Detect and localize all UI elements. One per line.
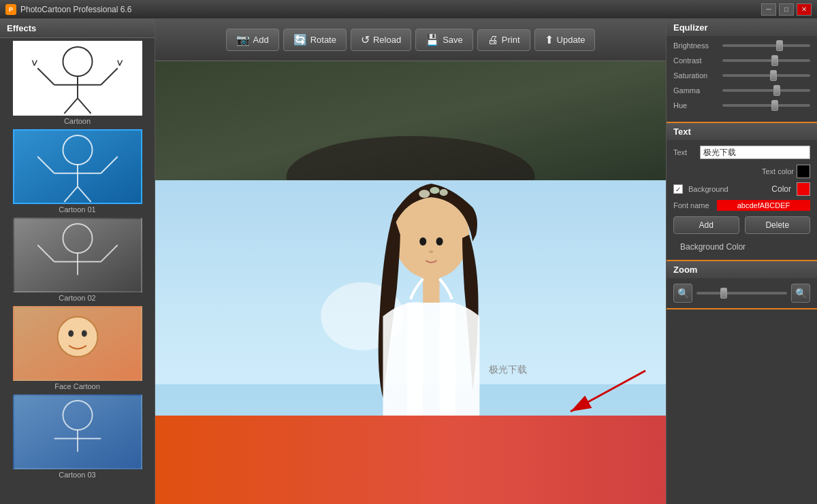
action-buttons-row: Add Delete (673, 216, 810, 234)
zoom-out-icon: 🔍 (677, 288, 689, 299)
zoom-slider[interactable] (696, 292, 787, 295)
contrast-row: Contrast (673, 56, 810, 65)
sidebar-header: Effects (0, 19, 155, 38)
add-text-button[interactable]: Add (673, 216, 739, 234)
text-annotation: 极光下载 (489, 364, 527, 376)
zoom-in-button[interactable]: 🔍 (791, 284, 810, 303)
effect-thumb-cartoon (13, 41, 142, 116)
svg-point-44 (436, 237, 443, 246)
app-title: PhotoCartoon Professional 6.6 (20, 5, 761, 14)
saturation-row: Saturation (673, 71, 810, 80)
rotate-button[interactable]: 🔄 Rotate (283, 29, 347, 51)
svg-point-43 (419, 237, 426, 246)
reload-button[interactable]: ↺ Reload (351, 29, 411, 51)
sidebar-title: Effects (7, 23, 36, 33)
svg-point-27 (57, 317, 97, 357)
effect-label-last: Cartoon 03 (59, 471, 95, 479)
svg-point-29 (81, 330, 86, 337)
sidebar-item-last[interactable]: Cartoon 03 (3, 394, 152, 479)
saturation-thumb[interactable] (770, 70, 777, 81)
text-title: Text (673, 127, 691, 137)
reload-icon: ↺ (361, 33, 370, 46)
annotation-text: 极光下载 (489, 364, 527, 375)
brightness-slider[interactable] (722, 44, 810, 47)
canvas-area: 极光下载 极光下载站 www.x27.com (155, 61, 666, 504)
font-name-row: Font name abcdefABCDEF (673, 200, 810, 211)
effect-label-face-cartoon: Face Cartoon (54, 382, 100, 390)
hue-label: Hue (673, 101, 722, 110)
effect-thumb-cartoon01 (13, 129, 142, 204)
effect-thumb-last (13, 394, 142, 469)
rotate-icon: 🔄 (293, 33, 307, 46)
equalizer-title: Equlizer (673, 22, 708, 33)
hue-thumb[interactable] (771, 100, 778, 111)
minimize-button[interactable]: ─ (761, 3, 776, 16)
background-color-swatch[interactable] (797, 182, 810, 196)
color-label: Color (771, 184, 791, 194)
text-content: Text Text color ✓ Background Color F (667, 140, 817, 260)
sidebar-item-cartoon[interactable]: Cartoon (3, 41, 152, 125)
maximize-button[interactable]: □ (779, 3, 794, 16)
titlebar: P PhotoCartoon Professional 6.6 ─ □ ✕ (0, 0, 817, 19)
add-button[interactable]: 📷 Add (226, 29, 279, 51)
text-color-label: Text color (762, 167, 794, 175)
print-icon: 🖨 (487, 34, 498, 46)
close-button[interactable]: ✕ (797, 3, 812, 16)
update-label: Update (557, 35, 586, 45)
hue-row: Hue (673, 101, 810, 110)
gamma-thumb[interactable] (773, 85, 780, 96)
sidebar-item-cartoon02[interactable]: Cartoon 02 (3, 218, 152, 302)
brightness-thumb[interactable] (776, 40, 783, 51)
contrast-slider[interactable] (722, 59, 810, 62)
effect-thumb-face-cartoon (13, 306, 142, 381)
print-button[interactable]: 🖨 Print (477, 29, 530, 51)
font-preview[interactable]: abcdefABCDEF (717, 200, 810, 211)
effect-thumb-cartoon02 (13, 218, 142, 292)
text-input-field[interactable] (700, 146, 810, 159)
sidebar-item-cartoon01[interactable]: Cartoon 01 (3, 129, 152, 214)
gamma-label: Gamma (673, 86, 722, 95)
sidebar-item-face-cartoon[interactable]: Face Cartoon (3, 306, 152, 390)
save-label: Save (443, 35, 463, 45)
right-panel: Equlizer Brightness Contrast Saturation (666, 19, 817, 504)
zoom-in-icon: 🔍 (795, 288, 807, 299)
svg-rect-46 (423, 275, 439, 303)
print-label: Print (502, 35, 520, 45)
effect-label-cartoon: Cartoon (64, 117, 91, 125)
equalizer-section: Equlizer Brightness Contrast Saturation (667, 19, 817, 123)
contrast-label: Contrast (673, 56, 722, 65)
svg-point-45 (429, 250, 433, 253)
delete-text-button[interactable]: Delete (745, 216, 811, 234)
save-button[interactable]: 💾 Save (415, 29, 473, 51)
background-checkbox[interactable]: ✓ (673, 184, 683, 194)
toolbar: 📷 Add 🔄 Rotate ↺ Reload 💾 Save 🖨 Print ⬆ (155, 19, 666, 61)
zoom-controls: 🔍 🔍 (667, 278, 817, 308)
add-icon: 📷 (236, 33, 250, 46)
effect-label-cartoon01: Cartoon 01 (59, 205, 95, 214)
font-name-label: Font name (673, 201, 714, 209)
equalizer-header: Equlizer (667, 19, 817, 36)
contrast-thumb[interactable] (771, 55, 778, 66)
gamma-row: Gamma (673, 86, 810, 95)
text-color-swatch[interactable] (797, 165, 810, 178)
effects-list[interactable]: Cartoon (0, 38, 155, 504)
background-label: Background (688, 185, 769, 193)
content-area: 📷 Add 🔄 Rotate ↺ Reload 💾 Save 🖨 Print ⬆ (155, 19, 666, 504)
equalizer-content: Brightness Contrast Saturation (667, 36, 817, 122)
gamma-slider[interactable] (722, 89, 810, 92)
zoom-thumb[interactable] (720, 288, 727, 299)
sidebar: Effects (0, 19, 155, 504)
background-color-label: Background Color (673, 239, 752, 252)
svg-point-41 (430, 187, 439, 194)
update-button[interactable]: ⬆ Update (534, 29, 596, 51)
zoom-title: Zoom (673, 265, 697, 275)
update-icon: ⬆ (545, 33, 554, 46)
text-field-label: Text (673, 148, 697, 156)
add-label: Add (253, 35, 269, 45)
saturation-slider[interactable] (722, 74, 810, 77)
zoom-out-button[interactable]: 🔍 (673, 284, 692, 303)
hue-slider[interactable] (722, 104, 810, 107)
brightness-row: Brightness (673, 41, 810, 50)
reload-label: Reload (373, 35, 401, 45)
saturation-label: Saturation (673, 71, 722, 80)
